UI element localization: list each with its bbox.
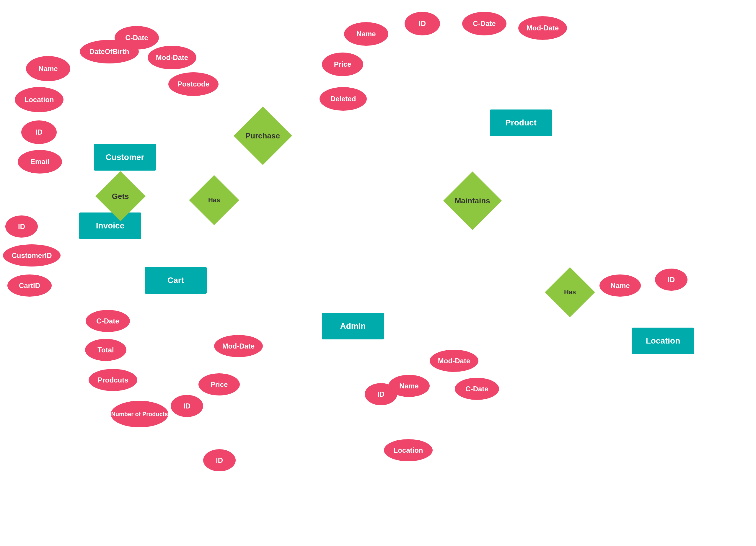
- attr-admin-cdate: C-Date: [455, 378, 499, 400]
- attr-customer-dob: DateOfBirth: [80, 40, 139, 63]
- attr-cart-price: Price: [198, 373, 240, 395]
- attr-invoice-id: ID: [5, 216, 38, 238]
- attr-product-cdate: C-Date: [462, 12, 506, 35]
- attr-invoice-customerid: CustomerID: [3, 245, 61, 267]
- attr-cart-products: Prodcuts: [89, 369, 137, 391]
- attr-customer-name: Name: [26, 56, 70, 81]
- attr-customer-email: Email: [18, 150, 62, 174]
- attr-cart-moddate: Mod-Date: [214, 335, 263, 357]
- admin-entity: Admin: [322, 313, 384, 339]
- customer-entity: Customer: [94, 144, 156, 171]
- attr-admin-location: Location: [384, 439, 433, 461]
- attr-product-name: Name: [344, 22, 388, 46]
- attr-product-deleted: Deleted: [320, 87, 367, 111]
- attr-cart-id2: ID: [203, 449, 236, 471]
- attr-customer-postcode: Postcode: [168, 72, 219, 96]
- attr-cart-cdate: C-Date: [86, 310, 130, 332]
- attr-product-moddate: Mod-Date: [518, 16, 567, 40]
- attr-product-id: ID: [405, 12, 440, 35]
- attr-customer-location: Location: [15, 87, 63, 112]
- attr-product-price: Price: [322, 53, 363, 76]
- attr-invoice-cartid: CartID: [7, 274, 52, 296]
- attr-location-name: Name: [599, 274, 641, 296]
- attr-cart-id: ID: [171, 395, 203, 417]
- attr-admin-id: ID: [365, 383, 397, 405]
- attr-admin-moddate: Mod-Date: [430, 350, 478, 372]
- attr-customer-moddate: Mod-Date: [148, 46, 196, 69]
- product-entity: Product: [490, 110, 552, 136]
- attr-customer-id: ID: [21, 120, 57, 144]
- location-entity: Location: [632, 327, 694, 354]
- attr-cart-numproducts: Number of Products: [111, 401, 168, 427]
- cart-entity: Cart: [145, 267, 207, 294]
- invoice-entity: Invoice: [79, 213, 141, 239]
- attr-cart-total: Total: [85, 339, 126, 361]
- attr-location-id: ID: [655, 269, 687, 291]
